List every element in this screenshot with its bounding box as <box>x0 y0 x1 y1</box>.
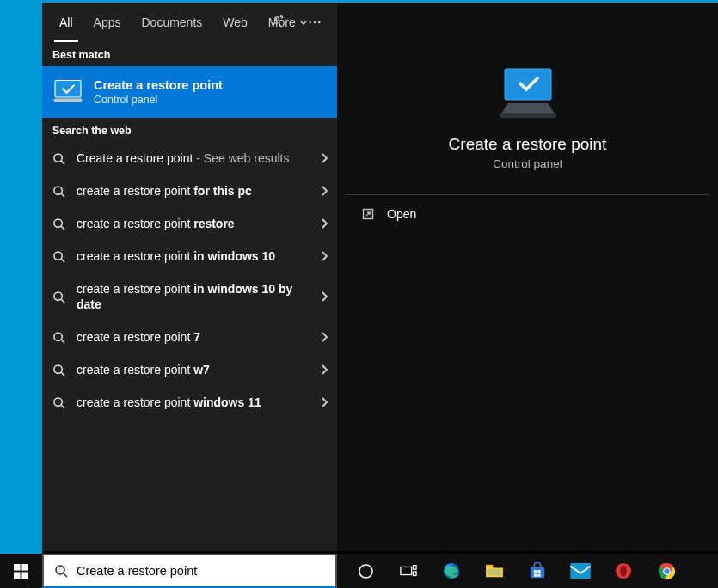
web-result[interactable]: create a restore point w7 <box>42 353 337 386</box>
search-icon <box>54 564 68 578</box>
taskbar-file-explorer-icon[interactable] <box>473 554 516 588</box>
svg-rect-30 <box>531 567 544 578</box>
web-result-text: create a restore point in windows 10 by … <box>77 281 310 312</box>
svg-rect-26 <box>413 572 416 576</box>
svg-rect-18 <box>14 564 21 571</box>
svg-marker-15 <box>501 103 555 113</box>
svg-point-6 <box>54 153 62 161</box>
web-result-text: Create a restore point - See web results <box>77 150 310 166</box>
taskbar-icons <box>337 554 718 588</box>
svg-point-37 <box>620 565 627 576</box>
chevron-right-icon[interactable] <box>320 397 328 407</box>
search-tabs: All Apps Documents Web More <box>42 3 337 42</box>
svg-point-23 <box>359 564 371 577</box>
taskbar-store-icon[interactable] <box>516 554 559 588</box>
search-left-column: All Apps Documents Web More <box>42 3 337 551</box>
search-icon <box>52 217 66 230</box>
search-icon <box>52 185 66 198</box>
best-match-result[interactable]: Create a restore point Control panel <box>42 66 337 118</box>
svg-point-9 <box>54 251 62 259</box>
svg-point-12 <box>54 364 62 372</box>
best-match-subtitle: Control panel <box>94 94 223 106</box>
web-result-text: create a restore point 7 <box>77 329 310 345</box>
svg-point-40 <box>664 568 669 573</box>
web-result[interactable]: Create a restore point - See web results <box>42 142 337 175</box>
open-action[interactable]: Open <box>346 195 709 233</box>
svg-rect-33 <box>534 574 537 577</box>
tab-all[interactable]: All <box>49 3 83 42</box>
section-search-web: Search the web <box>42 118 337 142</box>
accent-left-bar <box>0 0 42 554</box>
chevron-right-icon[interactable] <box>320 186 328 196</box>
web-result[interactable]: create a restore point in windows 10 <box>42 240 337 273</box>
tab-apps-label: Apps <box>94 15 121 29</box>
web-result[interactable]: create a restore point for this pc <box>42 175 337 207</box>
svg-rect-31 <box>534 570 537 573</box>
preview-subtitle: Control panel <box>493 157 562 170</box>
svg-rect-14 <box>505 69 551 100</box>
web-result[interactable]: create a restore point windows 11 <box>42 386 337 419</box>
monitor-check-icon <box>52 77 83 107</box>
taskbar-search-input[interactable] <box>77 564 325 578</box>
tab-documents[interactable]: Documents <box>131 3 212 42</box>
search-icon <box>52 152 66 165</box>
svg-point-8 <box>54 218 62 226</box>
svg-rect-28 <box>486 565 493 567</box>
svg-rect-21 <box>21 572 28 579</box>
chevron-right-icon[interactable] <box>320 332 328 342</box>
svg-rect-4 <box>55 81 81 98</box>
taskbar-chrome-icon[interactable] <box>645 554 688 588</box>
svg-rect-35 <box>570 563 590 579</box>
open-label: Open <box>387 207 416 221</box>
feedback-icon[interactable] <box>260 5 294 40</box>
chevron-right-icon[interactable] <box>320 251 328 261</box>
tab-documents-label: Documents <box>141 15 202 29</box>
tab-web-label: Web <box>223 15 248 29</box>
svg-point-0 <box>275 17 279 21</box>
taskbar <box>0 554 718 588</box>
chevron-right-icon[interactable] <box>320 291 328 302</box>
section-best-match: Best match <box>42 42 337 66</box>
windows-logo-icon <box>14 564 28 579</box>
search-panel: All Apps Documents Web More <box>42 3 718 551</box>
taskbar-mail-icon[interactable] <box>559 554 602 588</box>
tab-apps[interactable]: Apps <box>83 3 132 42</box>
web-result[interactable]: create a restore point restore <box>42 207 337 240</box>
web-result-text: create a restore point in windows 10 <box>77 248 310 264</box>
chevron-right-icon[interactable] <box>320 218 328 229</box>
svg-rect-19 <box>21 564 28 571</box>
taskbar-edge-icon[interactable] <box>430 554 473 588</box>
chevron-right-icon[interactable] <box>320 153 328 163</box>
web-result[interactable]: create a restore point in windows 10 by … <box>42 273 337 321</box>
taskbar-opera-icon[interactable] <box>602 554 645 588</box>
preview-card: Create a restore point Control panel Ope… <box>346 11 709 233</box>
chevron-right-icon[interactable] <box>320 364 328 375</box>
tab-web[interactable]: Web <box>212 3 258 42</box>
svg-rect-5 <box>54 99 83 103</box>
search-icon <box>52 250 66 263</box>
search-icon <box>52 291 66 303</box>
search-icon <box>52 396 66 409</box>
svg-point-13 <box>54 397 62 405</box>
taskbar-search-box[interactable] <box>42 554 337 588</box>
taskbar-task-view-icon[interactable] <box>387 554 430 588</box>
svg-rect-16 <box>500 113 556 118</box>
taskbar-cortana-icon[interactable] <box>344 554 387 588</box>
svg-rect-20 <box>14 572 21 579</box>
web-results-list: Create a restore point - See web results… <box>42 142 337 551</box>
svg-point-11 <box>54 332 62 340</box>
start-button[interactable] <box>0 554 42 588</box>
best-match-title: Create a restore point <box>94 78 223 92</box>
web-result-text: create a restore point windows 11 <box>77 395 310 410</box>
search-preview-column: Create a restore point Control panel Ope… <box>337 3 718 551</box>
preview-title: Create a restore point <box>449 135 607 154</box>
svg-rect-34 <box>537 574 540 577</box>
web-result-text: create a restore point for this pc <box>77 183 310 199</box>
svg-point-2 <box>314 21 316 23</box>
web-result[interactable]: create a restore point 7 <box>42 321 337 353</box>
search-icon <box>52 364 66 377</box>
svg-rect-29 <box>488 569 501 575</box>
options-icon[interactable] <box>298 5 332 40</box>
tab-all-label: All <box>59 15 73 29</box>
open-icon <box>361 207 375 221</box>
